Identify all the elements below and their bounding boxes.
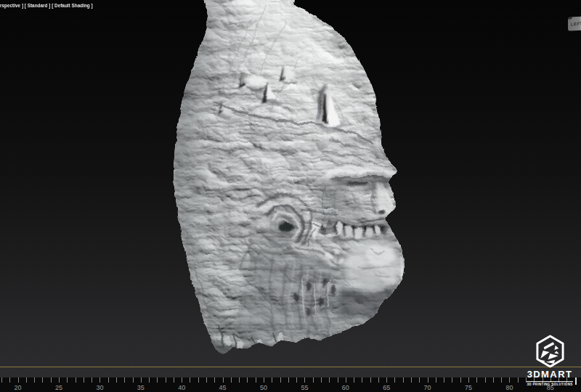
- timeline-tick: [99, 377, 100, 383]
- timeline-tick: [133, 377, 134, 383]
- timeline-tick: [264, 377, 264, 383]
- timeline-frame-number: 35: [137, 384, 145, 391]
- sculpted-demon-head-model[interactable]: [0, 0, 581, 392]
- active-viewport-border: [0, 367, 581, 368]
- timeline-tick: [223, 377, 224, 383]
- timeline-tick: [214, 377, 215, 383]
- timeline-tick: [460, 377, 461, 383]
- logo-hexagon-icon: [535, 335, 566, 369]
- demon-head-group: [166, 0, 405, 364]
- timeline-tick: [452, 377, 452, 383]
- timeline-tick: [157, 377, 158, 383]
- timeline-tick: [378, 377, 379, 383]
- timeline-tick: [256, 377, 256, 383]
- timeline-tick: [1, 377, 2, 383]
- timeline-frame-number: 55: [301, 384, 308, 391]
- timeline-frame-number: 25: [55, 384, 62, 391]
- timeline-tick: [124, 377, 125, 383]
- timeline-tick: [247, 377, 248, 383]
- timeline-frame-number: 30: [96, 384, 103, 391]
- timeline-tick: [26, 377, 27, 383]
- timeline-tick: [42, 377, 43, 383]
- timeline-tick: [272, 377, 272, 383]
- timeline-tick: [92, 377, 92, 383]
- timeline-tick: [51, 377, 52, 383]
- timeline-tick: [444, 377, 444, 383]
- timeline-tick: [239, 377, 240, 383]
- timeline-tick: [509, 377, 510, 383]
- timeline-tick: [149, 377, 150, 383]
- timeline-tick: [141, 377, 142, 383]
- timeline-tick: [182, 377, 182, 383]
- viewcube-corner: [568, 17, 572, 19]
- viewport-label[interactable]: rspective ] [ Standard ] [ Default Shadi…: [0, 2, 93, 9]
- timeline-tick: [338, 377, 338, 383]
- timeline-tick: [76, 377, 76, 383]
- timeline-tick: [116, 377, 117, 383]
- timeline-tick: [411, 377, 412, 383]
- timeline-tick: [34, 377, 35, 383]
- timeline-end-marker: [575, 377, 577, 385]
- viewcube[interactable]: LEFT: [568, 16, 581, 30]
- timeline-tick: [280, 377, 281, 383]
- timeline-tick: [108, 377, 109, 383]
- timeline-tick: [329, 377, 330, 383]
- timeline-tick: [354, 377, 354, 383]
- timeline-frame-number: 80: [505, 384, 513, 391]
- timeline-tick: [501, 377, 502, 383]
- timeline-tick: [59, 377, 60, 383]
- watermark-tagline: 3D PRINTING SOLUTIONS: [527, 383, 573, 386]
- timeline-tick: [304, 377, 305, 383]
- timeline-tick: [419, 377, 420, 383]
- timeline-tick: [231, 377, 232, 383]
- timeline-tick: [468, 377, 469, 383]
- timeline-tick: [476, 377, 477, 383]
- timeline-tick: [206, 377, 207, 383]
- timeline-frame-number: 20: [15, 384, 22, 391]
- timeline-tick: [18, 377, 19, 383]
- timeline-tick: [9, 377, 10, 383]
- nostril: [378, 210, 384, 214]
- watermark-brand: 3DMART: [527, 370, 573, 382]
- timeline-tick: [166, 377, 166, 383]
- timeline-tick: [190, 377, 190, 383]
- timeline-frame-number: 40: [178, 384, 185, 391]
- timeline-frame-number: 75: [465, 384, 472, 391]
- timeline-tick: [321, 377, 322, 383]
- timeline-tick: [198, 377, 199, 383]
- watermark-logo: 3DMART 3D PRINTING SOLUTIONS: [527, 335, 573, 386]
- timeline-tick: [394, 377, 395, 383]
- timeline-tick: [362, 377, 362, 383]
- timeline-tick: [428, 377, 428, 383]
- timeline-frame-number: 50: [260, 384, 267, 391]
- timeline-frame-number: 45: [219, 384, 227, 391]
- timeline-tick: [296, 377, 297, 383]
- timeline-ruler[interactable]: 2025303540455055606570758085: [0, 377, 581, 392]
- timeline-frame-number: 70: [424, 384, 431, 391]
- timeline-tick: [485, 377, 486, 383]
- timeline-frame-number: 60: [342, 384, 349, 391]
- timeline-tick: [84, 377, 84, 383]
- timeline-tick: [403, 377, 404, 383]
- viewcube-left-face-label[interactable]: LEFT: [571, 21, 581, 26]
- timeline-tick: [313, 377, 314, 383]
- viewport-3d[interactable]: rspective ] [ Standard ] [ Default Shadi…: [0, 0, 581, 392]
- timeline-tick: [346, 377, 346, 383]
- timeline-tick: [67, 377, 68, 383]
- timeline-tick: [436, 377, 436, 383]
- timeline-tick: [518, 377, 519, 383]
- timeline-tick: [386, 377, 387, 383]
- timeline-tick: [370, 377, 371, 383]
- timeline-frame-number: 65: [383, 384, 390, 391]
- timeline-tick: [288, 377, 289, 383]
- timeline-tick: [493, 377, 494, 383]
- timeline-tick: [174, 377, 174, 383]
